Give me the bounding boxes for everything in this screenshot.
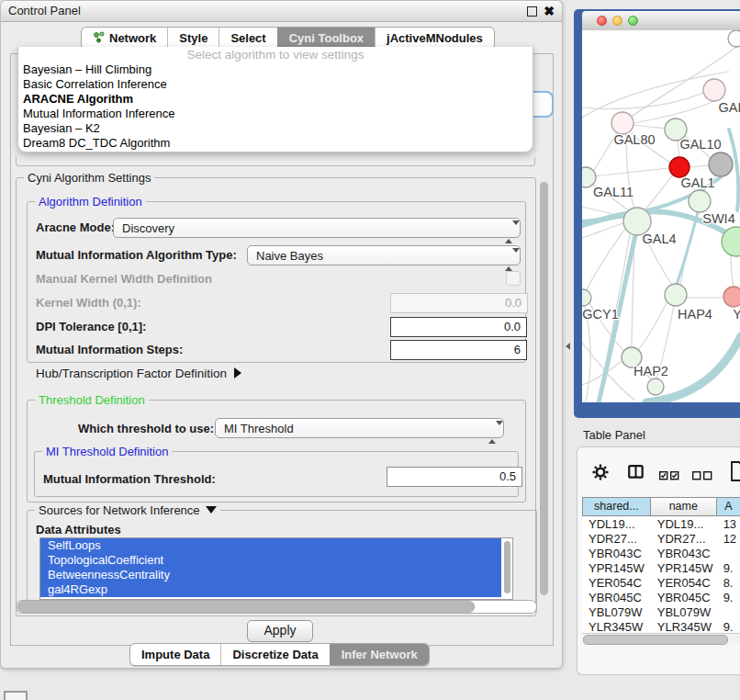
table-cell: YBR045C bbox=[651, 591, 717, 605]
hidden-box-fragment bbox=[16, 157, 535, 166]
table-row[interactable]: YDR27...YDR27...12 bbox=[582, 532, 740, 547]
network-edge bbox=[633, 125, 666, 129]
table-horizontal-scrollbar[interactable] bbox=[582, 633, 740, 645]
table-cell: 13 bbox=[717, 517, 740, 532]
network-node[interactable] bbox=[647, 378, 664, 395]
table-hscroll-thumb[interactable] bbox=[583, 635, 728, 645]
mi-steps-input[interactable]: 6 bbox=[390, 340, 527, 360]
table-cell: YDL19... bbox=[651, 517, 717, 532]
node-label-gal4: GAL4 bbox=[642, 231, 676, 246]
node-label-gal: GAL bbox=[718, 100, 740, 115]
network-node-gal1[interactable] bbox=[669, 157, 690, 177]
table-body: YDL19...YDL19...13YDR27...YDR27...12YBR0… bbox=[582, 517, 740, 632]
tab-network[interactable]: Network bbox=[82, 28, 167, 49]
which-threshold-label: Which threshold to use: bbox=[78, 422, 214, 435]
attribute-item[interactable]: SelfLoops bbox=[40, 538, 501, 553]
network-node[interactable] bbox=[709, 152, 733, 176]
table-cell: YER054C bbox=[582, 576, 651, 591]
which-threshold-combo[interactable]: MI Threshold bbox=[215, 418, 504, 438]
tab-select[interactable]: Select bbox=[219, 28, 276, 49]
table-row[interactable]: YBR043CYBR043C bbox=[582, 547, 740, 561]
table-cell: YPR145W bbox=[582, 561, 651, 576]
panel-collapse-arrow[interactable] bbox=[566, 343, 570, 350]
aracne-mode-combo[interactable]: Discovery bbox=[113, 218, 521, 238]
table-cell: YBR045C bbox=[582, 591, 651, 605]
mi-type-combo[interactable]: Naive Bayes bbox=[247, 245, 521, 265]
tab-label: Network bbox=[109, 31, 156, 45]
table-cell: 9. bbox=[717, 620, 740, 632]
which-threshold-value: MI Threshold bbox=[224, 422, 294, 435]
apply-button[interactable]: Apply bbox=[247, 620, 313, 642]
attribute-item[interactable]: gal4RGexp bbox=[40, 582, 501, 597]
table-cell: 9. bbox=[717, 561, 740, 576]
table-row[interactable]: YLR345WYLR345W9. bbox=[582, 620, 740, 632]
desktop: Control Panel ✖ NetworkStyleSelectCyni T… bbox=[0, 0, 740, 700]
mi-type-label: Mutual Information Algorithm Type: bbox=[36, 248, 237, 262]
spinner-arrows-icon bbox=[505, 222, 513, 242]
close-traffic-icon[interactable] bbox=[597, 16, 607, 26]
tab-discretize-data[interactable]: Discretize Data bbox=[220, 644, 329, 665]
table-cell: 8. bbox=[717, 576, 740, 591]
table-cell: YER054C bbox=[651, 576, 717, 591]
network-node[interactable] bbox=[728, 30, 740, 47]
network-node-hap4[interactable] bbox=[665, 284, 687, 306]
node-label-gal11: GAL11 bbox=[593, 185, 633, 199]
algorithm-option[interactable]: Bayesian – K2 bbox=[18, 121, 533, 136]
settings-vertical-scrollbar[interactable] bbox=[538, 179, 550, 609]
spinner-arrows-icon bbox=[488, 423, 497, 442]
attribute-item[interactable]: TopologicalCoefficient bbox=[40, 553, 501, 568]
network-canvas[interactable]: GALGAL80GAL10GAL1SWI4GAL11GAL4GCY1HAP4YH… bbox=[582, 30, 740, 402]
table-row[interactable]: YBL079WYBL079W bbox=[582, 605, 740, 620]
gear-icon[interactable] bbox=[592, 464, 609, 484]
tab-infer-network[interactable]: Infer Network bbox=[330, 644, 429, 665]
zoom-traffic-icon[interactable] bbox=[628, 16, 638, 26]
tab-jactivemnodules[interactable]: jActiveMNodules bbox=[375, 28, 494, 49]
network-node-y[interactable] bbox=[723, 287, 740, 307]
algorithm-option[interactable]: Mutual Information Inference bbox=[18, 107, 533, 121]
table-cell: 12 bbox=[717, 532, 740, 547]
mi-threshold-input[interactable]: 0.5 bbox=[387, 467, 522, 487]
sources-legend[interactable]: Sources for Network Inference bbox=[35, 503, 220, 517]
algorithm-option[interactable]: Basic Correlation Inference bbox=[18, 77, 533, 92]
table-row[interactable]: YBR045CYBR045C9. bbox=[582, 591, 740, 605]
node-label-gal1: GAL1 bbox=[680, 175, 714, 190]
aracne-mode-label: Aracne Mode: bbox=[36, 220, 115, 234]
algorithm-option[interactable]: Dream8 DC_TDC Algorithm bbox=[18, 136, 533, 151]
kernel-width-input[interactable]: 0.0 bbox=[390, 293, 528, 313]
table-row[interactable]: YER054CYER054C8. bbox=[582, 576, 740, 591]
table-row[interactable]: YDL19...YDL19...13 bbox=[582, 517, 740, 532]
column-header-1[interactable]: name bbox=[651, 497, 717, 516]
expand-right-icon bbox=[234, 367, 241, 378]
hscroll-thumb[interactable] bbox=[17, 601, 475, 613]
hub-definition-toggle[interactable]: Hub/Transcription Factor Definition bbox=[36, 367, 241, 380]
minimize-traffic-icon[interactable] bbox=[612, 16, 622, 26]
network-edge bbox=[585, 229, 625, 293]
algorithm-option[interactable]: ARACNE Algorithm bbox=[18, 92, 533, 107]
checked-boxes-icon[interactable] bbox=[659, 468, 679, 484]
minimized-panel-icon[interactable] bbox=[4, 691, 28, 700]
data-attributes-list[interactable]: SelfLoopsTopologicalCoefficientBetweenne… bbox=[39, 537, 513, 600]
tab-impute-data[interactable]: Impute Data bbox=[130, 644, 220, 665]
close-panel-icon[interactable]: ✖ bbox=[544, 1, 555, 21]
split-columns-icon[interactable] bbox=[628, 465, 644, 482]
dpi-tolerance-label: DPI Tolerance [0,1]: bbox=[36, 320, 146, 333]
network-node-gal[interactable] bbox=[703, 79, 725, 101]
list-scrollbar[interactable] bbox=[504, 541, 510, 593]
tab-style[interactable]: Style bbox=[167, 28, 219, 49]
network-node-swi4[interactable] bbox=[689, 190, 711, 212]
column-header-2[interactable]: A bbox=[717, 497, 740, 516]
unchecked-boxes-icon[interactable] bbox=[692, 468, 712, 484]
float-window-icon[interactable] bbox=[527, 6, 537, 17]
dpi-tolerance-input[interactable]: 0.0 bbox=[390, 317, 527, 337]
horizontal-scrollbar[interactable] bbox=[16, 600, 537, 614]
algorithm-option[interactable]: Bayesian – Hill Climbing bbox=[18, 62, 533, 77]
vscroll-thumb[interactable] bbox=[540, 182, 548, 595]
tab-cyni-toolbox[interactable]: Cyni Toolbox bbox=[277, 28, 375, 49]
attribute-item[interactable]: BetweennessCentrality bbox=[40, 568, 501, 582]
manual-kernel-checkbox[interactable] bbox=[506, 271, 521, 286]
table-cell: YBR043C bbox=[651, 547, 717, 561]
column-header-0[interactable]: shared... bbox=[582, 497, 651, 516]
table-row[interactable]: YPR145WYPR145W9. bbox=[582, 561, 740, 576]
network-node-gal80[interactable] bbox=[611, 112, 633, 134]
document-icon[interactable] bbox=[731, 460, 740, 486]
